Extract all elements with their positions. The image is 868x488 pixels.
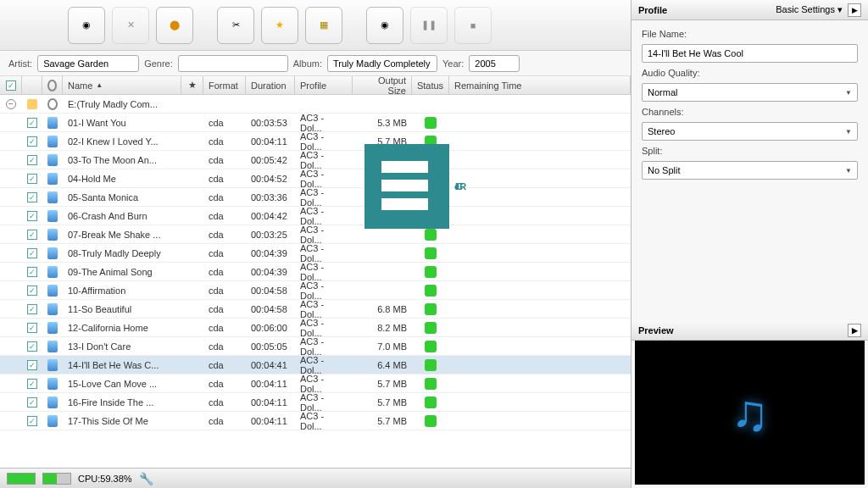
settings-icon[interactable]: 🔧 <box>139 472 153 485</box>
track-profile: AC3 - Dol... <box>295 356 353 374</box>
table-row[interactable]: ✓16-Fire Inside The ...cda00:04:11AC3 - … <box>0 393 631 412</box>
progress-1 <box>7 473 36 485</box>
track-output <box>353 281 412 299</box>
table-row[interactable]: ✓15-Love Can Move ...cda00:04:11AC3 - Do… <box>0 374 631 393</box>
track-profile: AC3 - Dol... <box>295 393 353 411</box>
status-ok-icon <box>425 359 437 371</box>
track-duration: 00:04:52 <box>246 169 295 187</box>
filename-input[interactable] <box>642 44 858 63</box>
table-row[interactable]: ✓01-I Want Youcda00:03:53AC3 - Dol...5.3… <box>0 114 631 132</box>
preview-pane: ♫ <box>635 341 865 485</box>
quality-select[interactable]: Normal <box>642 83 858 102</box>
check-icon[interactable]: ✓ <box>27 230 37 240</box>
expand-icon[interactable]: ▶ <box>848 3 861 17</box>
video-button[interactable]: ▦ <box>305 7 342 44</box>
status-ok-icon <box>425 341 437 352</box>
track-name: 07-Break Me Shake ... <box>63 225 181 243</box>
table-row[interactable]: ✓05-Santa Monicacda00:03:36AC3 - Dol... <box>0 188 631 207</box>
table-row[interactable]: ✓10-Affirmationcda00:04:58AC3 - Dol... <box>0 281 631 300</box>
disc-icon <box>47 80 57 92</box>
check-icon[interactable]: ✓ <box>27 118 37 128</box>
track-format: cda <box>203 188 246 206</box>
track-name: 14-I'll Bet He Was C... <box>63 356 181 374</box>
audio-file-icon <box>47 341 58 352</box>
check-icon[interactable]: ✓ <box>27 323 37 333</box>
table-row[interactable]: ✓03-To The Moon An...cda00:05:42AC3 - Do… <box>0 151 631 169</box>
check-icon[interactable]: ✓ <box>27 174 37 184</box>
check-icon[interactable]: ✓ <box>27 267 37 277</box>
table-row[interactable]: ✓07-Break Me Shake ...cda00:03:25AC3 - D… <box>0 225 631 244</box>
col-status[interactable]: Status <box>412 76 449 94</box>
preview-expand-icon[interactable]: ▶ <box>848 324 861 337</box>
track-output: 8.2 MB <box>353 319 412 336</box>
folder-name: E:(Truly Madly Com... <box>63 95 181 113</box>
remove-button[interactable]: ✕ <box>112 7 149 44</box>
col-star[interactable]: ★ <box>181 76 203 94</box>
track-list[interactable]: − E:(Truly Madly Com... ✓01-I Want Youcd… <box>0 95 631 468</box>
col-format[interactable]: Format <box>203 76 246 94</box>
channels-select[interactable]: Stereo <box>642 122 858 141</box>
track-name: 10-Affirmation <box>63 281 181 299</box>
check-icon[interactable]: ✓ <box>27 136 37 147</box>
track-name: 06-Crash And Burn <box>63 207 181 225</box>
basic-settings-dropdown[interactable]: Basic Settings ▾ <box>776 4 843 15</box>
year-input[interactable] <box>469 55 520 72</box>
status-ok-icon <box>425 136 437 147</box>
table-row[interactable]: ✓13-I Don't Carecda00:05:05AC3 - Dol...7… <box>0 337 631 356</box>
col-output[interactable]: Output Size <box>353 76 412 94</box>
check-icon[interactable]: ✓ <box>27 304 37 314</box>
track-output: 5.7 MB <box>353 393 412 411</box>
col-expand[interactable] <box>22 76 42 94</box>
cut-button[interactable]: ✂ <box>217 7 254 44</box>
check-icon[interactable]: ✓ <box>27 286 37 296</box>
check-icon[interactable]: ✓ <box>27 341 37 352</box>
col-remaining[interactable]: Remaining Time <box>449 76 631 94</box>
rip-button[interactable]: ◉ <box>68 7 105 44</box>
table-row[interactable]: ✓04-Hold Mecda00:04:52AC3 - Dol...6.7 MB <box>0 169 631 188</box>
col-duration[interactable]: Duration <box>246 76 295 94</box>
check-icon[interactable]: ✓ <box>27 192 37 202</box>
artist-input[interactable] <box>37 55 139 72</box>
table-row[interactable]: ✓17-This Side Of Mecda00:04:11AC3 - Dol.… <box>0 412 631 430</box>
col-name[interactable]: Name▲ <box>63 76 181 94</box>
table-row[interactable]: ✓12-California Homecda00:06:00AC3 - Dol.… <box>0 319 631 337</box>
play-disc-button[interactable]: ◉ <box>366 7 403 44</box>
main-panel: ◉ ✕ ⬤ ✂ ★ ▦ ◉ ❚❚ ■ Artist: Genre: Album:… <box>0 0 631 488</box>
col-disc[interactable] <box>42 76 63 94</box>
genre-input[interactable] <box>178 55 288 72</box>
track-name: 02-I Knew I Loved Y... <box>63 132 181 150</box>
track-output: 6.8 MB <box>353 300 412 318</box>
favorite-button[interactable]: ★ <box>261 7 298 44</box>
artist-label: Artist: <box>8 58 32 69</box>
burn-button[interactable]: ⬤ <box>156 7 193 44</box>
album-input[interactable] <box>327 55 437 72</box>
check-icon[interactable]: ✓ <box>27 379 37 389</box>
profile-title: Profile <box>638 5 667 15</box>
check-icon[interactable]: ✓ <box>27 397 37 408</box>
track-profile: AC3 - Dol... <box>295 207 353 225</box>
audio-file-icon <box>47 266 58 278</box>
audio-file-icon <box>47 247 58 259</box>
check-icon[interactable]: ✓ <box>27 155 37 165</box>
collapse-icon[interactable]: − <box>6 99 16 109</box>
table-row[interactable]: ✓14-I'll Bet He Was C...cda00:04:41AC3 -… <box>0 356 631 374</box>
check-icon[interactable]: ✓ <box>27 360 37 370</box>
folder-row[interactable]: − E:(Truly Madly Com... <box>0 95 631 114</box>
col-checkbox[interactable]: ✓ <box>0 76 22 94</box>
split-label: Split: <box>642 146 858 156</box>
track-name: 08-Truly Madly Deeply <box>63 244 181 262</box>
col-profile[interactable]: Profile <box>295 76 353 94</box>
table-row[interactable]: ✓08-Truly Madly Deeplycda00:04:39AC3 - D… <box>0 244 631 263</box>
table-row[interactable]: ✓06-Crash And Burncda00:04:42AC3 - Dol..… <box>0 207 631 225</box>
split-select[interactable]: No Split <box>642 161 858 180</box>
pause-button[interactable]: ❚❚ <box>410 7 448 44</box>
stop-button[interactable]: ■ <box>454 7 492 44</box>
table-row[interactable]: ✓11-So Beautifulcda00:04:58AC3 - Dol...6… <box>0 300 631 319</box>
check-icon[interactable]: ✓ <box>27 416 37 426</box>
check-icon[interactable]: ✓ <box>27 211 37 221</box>
table-row[interactable]: ✓02-I Knew I Loved Y...cda00:04:11AC3 - … <box>0 132 631 151</box>
track-output <box>353 188 412 206</box>
table-row[interactable]: ✓09-The Animal Songcda00:04:39AC3 - Dol.… <box>0 263 631 281</box>
track-format: cda <box>203 281 246 299</box>
check-icon[interactable]: ✓ <box>27 248 37 258</box>
